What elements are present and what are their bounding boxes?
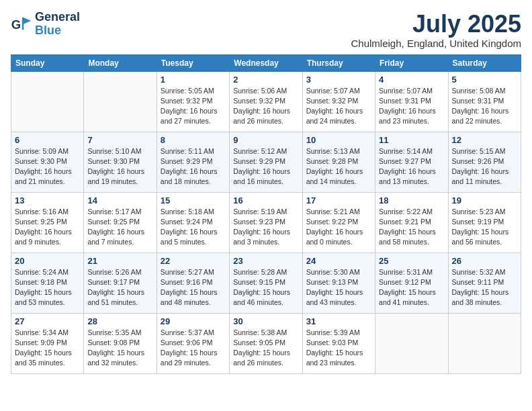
day-info: Sunrise: 5:05 AM Sunset: 9:32 PM Dayligh… (161, 86, 226, 127)
day-number: 13 (15, 195, 80, 205)
column-header-saturday: Saturday (448, 54, 521, 71)
day-number: 25 (379, 256, 444, 266)
svg-text:G: G (11, 17, 21, 32)
svg-rect-3 (22, 17, 24, 30)
day-info: Sunrise: 5:06 AM Sunset: 9:32 PM Dayligh… (233, 86, 298, 127)
day-number: 15 (161, 195, 226, 205)
column-header-tuesday: Tuesday (157, 54, 229, 71)
day-info: Sunrise: 5:08 AM Sunset: 9:31 PM Dayligh… (452, 86, 517, 127)
calendar-cell: 3Sunrise: 5:07 AM Sunset: 9:32 PM Daylig… (302, 71, 375, 132)
calendar-cell: 6Sunrise: 5:09 AM Sunset: 9:30 PM Daylig… (11, 132, 84, 192)
calendar-cell: 27Sunrise: 5:34 AM Sunset: 9:09 PM Dayli… (11, 313, 84, 373)
logo: G General Blue (11, 11, 80, 38)
column-header-friday: Friday (375, 54, 448, 71)
day-number: 29 (161, 316, 226, 326)
column-header-thursday: Thursday (302, 54, 375, 71)
day-number: 11 (379, 135, 444, 145)
day-info: Sunrise: 5:19 AM Sunset: 9:23 PM Dayligh… (233, 207, 298, 248)
day-info: Sunrise: 5:31 AM Sunset: 9:12 PM Dayligh… (379, 267, 444, 308)
day-number: 3 (306, 75, 371, 85)
location: Chulmleigh, England, United Kingdom (351, 38, 521, 49)
calendar-cell: 23Sunrise: 5:28 AM Sunset: 9:15 PM Dayli… (230, 253, 302, 313)
calendar-cell: 25Sunrise: 5:31 AM Sunset: 9:12 PM Dayli… (375, 253, 448, 313)
calendar-cell: 16Sunrise: 5:19 AM Sunset: 9:23 PM Dayli… (230, 192, 302, 253)
day-info: Sunrise: 5:32 AM Sunset: 9:11 PM Dayligh… (452, 267, 517, 308)
calendar-cell: 11Sunrise: 5:14 AM Sunset: 9:27 PM Dayli… (375, 132, 448, 192)
day-info: Sunrise: 5:37 AM Sunset: 9:06 PM Dayligh… (161, 328, 226, 369)
day-info: Sunrise: 5:15 AM Sunset: 9:26 PM Dayligh… (452, 146, 517, 187)
calendar-cell: 4Sunrise: 5:07 AM Sunset: 9:31 PM Daylig… (375, 71, 448, 132)
day-info: Sunrise: 5:21 AM Sunset: 9:22 PM Dayligh… (306, 207, 371, 248)
calendar-cell: 18Sunrise: 5:22 AM Sunset: 9:21 PM Dayli… (375, 192, 448, 253)
calendar-cell: 30Sunrise: 5:38 AM Sunset: 9:05 PM Dayli… (230, 313, 302, 373)
column-header-monday: Monday (84, 54, 157, 71)
day-info: Sunrise: 5:27 AM Sunset: 9:16 PM Dayligh… (161, 267, 226, 308)
calendar-cell (84, 71, 157, 132)
day-number: 19 (452, 195, 517, 205)
day-info: Sunrise: 5:39 AM Sunset: 9:03 PM Dayligh… (306, 328, 371, 369)
day-info: Sunrise: 5:34 AM Sunset: 9:09 PM Dayligh… (15, 328, 80, 369)
calendar-cell: 9Sunrise: 5:12 AM Sunset: 9:29 PM Daylig… (230, 132, 302, 192)
title-block: July 2025 Chulmleigh, England, United Ki… (351, 11, 521, 49)
calendar-cell: 5Sunrise: 5:08 AM Sunset: 9:31 PM Daylig… (448, 71, 521, 132)
logo-text-line1: General (35, 11, 80, 24)
day-info: Sunrise: 5:12 AM Sunset: 9:29 PM Dayligh… (233, 146, 298, 187)
week-row-3: 13Sunrise: 5:16 AM Sunset: 9:25 PM Dayli… (11, 192, 521, 253)
day-number: 26 (452, 256, 517, 266)
day-number: 12 (452, 135, 517, 145)
month-title: July 2025 (351, 11, 521, 38)
day-number: 18 (379, 195, 444, 205)
calendar-cell: 20Sunrise: 5:24 AM Sunset: 9:18 PM Dayli… (11, 253, 84, 313)
week-row-1: 1Sunrise: 5:05 AM Sunset: 9:32 PM Daylig… (11, 71, 521, 132)
day-number: 23 (233, 256, 298, 266)
calendar-cell: 15Sunrise: 5:18 AM Sunset: 9:24 PM Dayli… (157, 192, 229, 253)
svg-marker-2 (24, 17, 32, 24)
day-info: Sunrise: 5:09 AM Sunset: 9:30 PM Dayligh… (15, 146, 80, 187)
day-number: 22 (161, 256, 226, 266)
calendar-cell: 12Sunrise: 5:15 AM Sunset: 9:26 PM Dayli… (448, 132, 521, 192)
day-info: Sunrise: 5:38 AM Sunset: 9:05 PM Dayligh… (233, 328, 298, 369)
day-number: 9 (233, 135, 298, 145)
calendar-cell: 10Sunrise: 5:13 AM Sunset: 9:28 PM Dayli… (302, 132, 375, 192)
day-info: Sunrise: 5:07 AM Sunset: 9:31 PM Dayligh… (379, 86, 444, 127)
day-number: 31 (306, 316, 371, 326)
day-info: Sunrise: 5:35 AM Sunset: 9:08 PM Dayligh… (87, 328, 152, 369)
day-number: 27 (15, 316, 80, 326)
calendar-cell: 26Sunrise: 5:32 AM Sunset: 9:11 PM Dayli… (448, 253, 521, 313)
day-number: 2 (233, 75, 298, 85)
day-number: 21 (87, 256, 152, 266)
day-number: 16 (233, 195, 298, 205)
day-info: Sunrise: 5:22 AM Sunset: 9:21 PM Dayligh… (379, 207, 444, 248)
day-info: Sunrise: 5:28 AM Sunset: 9:15 PM Dayligh… (233, 267, 298, 308)
calendar-cell: 7Sunrise: 5:10 AM Sunset: 9:30 PM Daylig… (84, 132, 157, 192)
day-number: 7 (87, 135, 152, 145)
calendar-cell: 21Sunrise: 5:26 AM Sunset: 9:17 PM Dayli… (84, 253, 157, 313)
calendar-cell: 19Sunrise: 5:23 AM Sunset: 9:19 PM Dayli… (448, 192, 521, 253)
day-info: Sunrise: 5:14 AM Sunset: 9:27 PM Dayligh… (379, 146, 444, 187)
day-number: 17 (306, 195, 371, 205)
calendar-cell: 2Sunrise: 5:06 AM Sunset: 9:32 PM Daylig… (230, 71, 302, 132)
day-number: 5 (452, 75, 517, 85)
calendar-cell (448, 313, 521, 373)
day-number: 20 (15, 256, 80, 266)
day-info: Sunrise: 5:10 AM Sunset: 9:30 PM Dayligh… (87, 146, 152, 187)
calendar-cell: 8Sunrise: 5:11 AM Sunset: 9:29 PM Daylig… (157, 132, 229, 192)
day-info: Sunrise: 5:17 AM Sunset: 9:25 PM Dayligh… (87, 207, 152, 248)
day-info: Sunrise: 5:11 AM Sunset: 9:29 PM Dayligh… (161, 146, 226, 187)
column-header-wednesday: Wednesday (230, 54, 302, 71)
day-number: 28 (87, 316, 152, 326)
day-info: Sunrise: 5:30 AM Sunset: 9:13 PM Dayligh… (306, 267, 371, 308)
page-header: G General Blue July 2025 Chulmleigh, Eng… (11, 11, 521, 49)
day-info: Sunrise: 5:16 AM Sunset: 9:25 PM Dayligh… (15, 207, 80, 248)
day-info: Sunrise: 5:23 AM Sunset: 9:19 PM Dayligh… (452, 207, 517, 248)
calendar-cell: 14Sunrise: 5:17 AM Sunset: 9:25 PM Dayli… (84, 192, 157, 253)
logo-icon: G (11, 15, 32, 34)
week-row-4: 20Sunrise: 5:24 AM Sunset: 9:18 PM Dayli… (11, 253, 521, 313)
day-info: Sunrise: 5:13 AM Sunset: 9:28 PM Dayligh… (306, 146, 371, 187)
day-number: 1 (161, 75, 226, 85)
calendar-cell: 28Sunrise: 5:35 AM Sunset: 9:08 PM Dayli… (84, 313, 157, 373)
day-number: 24 (306, 256, 371, 266)
logo-text-line2: Blue (35, 24, 80, 38)
calendar-cell: 24Sunrise: 5:30 AM Sunset: 9:13 PM Dayli… (302, 253, 375, 313)
week-row-2: 6Sunrise: 5:09 AM Sunset: 9:30 PM Daylig… (11, 132, 521, 192)
